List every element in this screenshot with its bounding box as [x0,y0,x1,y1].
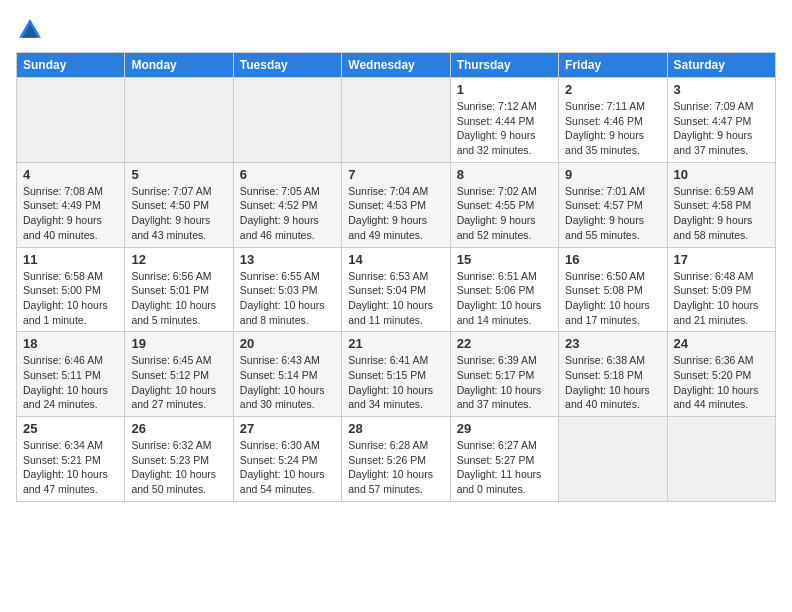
day-number: 19 [131,336,226,351]
day-info: Sunrise: 7:09 AMSunset: 4:47 PMDaylight:… [674,99,769,158]
calendar-cell: 4Sunrise: 7:08 AMSunset: 4:49 PMDaylight… [17,162,125,247]
calendar-cell: 15Sunrise: 6:51 AMSunset: 5:06 PMDayligh… [450,247,558,332]
logo-icon [16,16,44,44]
day-number: 4 [23,167,118,182]
calendar-cell: 27Sunrise: 6:30 AMSunset: 5:24 PMDayligh… [233,417,341,502]
day-number: 9 [565,167,660,182]
day-info: Sunrise: 6:50 AMSunset: 5:08 PMDaylight:… [565,269,660,328]
day-info: Sunrise: 6:43 AMSunset: 5:14 PMDaylight:… [240,353,335,412]
calendar-cell: 26Sunrise: 6:32 AMSunset: 5:23 PMDayligh… [125,417,233,502]
day-info: Sunrise: 6:36 AMSunset: 5:20 PMDaylight:… [674,353,769,412]
day-info: Sunrise: 7:11 AMSunset: 4:46 PMDaylight:… [565,99,660,158]
day-info: Sunrise: 7:02 AMSunset: 4:55 PMDaylight:… [457,184,552,243]
day-number: 11 [23,252,118,267]
day-header-thursday: Thursday [450,53,558,78]
calendar-cell: 11Sunrise: 6:58 AMSunset: 5:00 PMDayligh… [17,247,125,332]
day-number: 12 [131,252,226,267]
day-info: Sunrise: 7:04 AMSunset: 4:53 PMDaylight:… [348,184,443,243]
day-info: Sunrise: 6:53 AMSunset: 5:04 PMDaylight:… [348,269,443,328]
day-number: 24 [674,336,769,351]
day-number: 3 [674,82,769,97]
calendar-cell: 22Sunrise: 6:39 AMSunset: 5:17 PMDayligh… [450,332,558,417]
calendar-cell: 16Sunrise: 6:50 AMSunset: 5:08 PMDayligh… [559,247,667,332]
calendar-cell: 14Sunrise: 6:53 AMSunset: 5:04 PMDayligh… [342,247,450,332]
day-info: Sunrise: 6:51 AMSunset: 5:06 PMDaylight:… [457,269,552,328]
day-number: 21 [348,336,443,351]
day-number: 26 [131,421,226,436]
day-info: Sunrise: 6:56 AMSunset: 5:01 PMDaylight:… [131,269,226,328]
calendar-cell: 19Sunrise: 6:45 AMSunset: 5:12 PMDayligh… [125,332,233,417]
day-info: Sunrise: 6:39 AMSunset: 5:17 PMDaylight:… [457,353,552,412]
day-info: Sunrise: 7:05 AMSunset: 4:52 PMDaylight:… [240,184,335,243]
day-info: Sunrise: 6:28 AMSunset: 5:26 PMDaylight:… [348,438,443,497]
calendar-cell: 8Sunrise: 7:02 AMSunset: 4:55 PMDaylight… [450,162,558,247]
day-number: 5 [131,167,226,182]
calendar-cell [17,78,125,163]
calendar-cell: 6Sunrise: 7:05 AMSunset: 4:52 PMDaylight… [233,162,341,247]
day-number: 16 [565,252,660,267]
day-number: 17 [674,252,769,267]
day-number: 14 [348,252,443,267]
day-info: Sunrise: 6:45 AMSunset: 5:12 PMDaylight:… [131,353,226,412]
calendar-cell: 17Sunrise: 6:48 AMSunset: 5:09 PMDayligh… [667,247,775,332]
calendar-cell: 25Sunrise: 6:34 AMSunset: 5:21 PMDayligh… [17,417,125,502]
calendar-week-row: 11Sunrise: 6:58 AMSunset: 5:00 PMDayligh… [17,247,776,332]
day-info: Sunrise: 6:59 AMSunset: 4:58 PMDaylight:… [674,184,769,243]
day-info: Sunrise: 6:32 AMSunset: 5:23 PMDaylight:… [131,438,226,497]
calendar-cell: 12Sunrise: 6:56 AMSunset: 5:01 PMDayligh… [125,247,233,332]
calendar-cell [667,417,775,502]
logo [16,16,48,44]
calendar-week-row: 18Sunrise: 6:46 AMSunset: 5:11 PMDayligh… [17,332,776,417]
day-info: Sunrise: 6:27 AMSunset: 5:27 PMDaylight:… [457,438,552,497]
calendar-cell [233,78,341,163]
calendar-cell: 9Sunrise: 7:01 AMSunset: 4:57 PMDaylight… [559,162,667,247]
day-header-saturday: Saturday [667,53,775,78]
calendar-header-row: SundayMondayTuesdayWednesdayThursdayFrid… [17,53,776,78]
day-number: 27 [240,421,335,436]
calendar-cell: 2Sunrise: 7:11 AMSunset: 4:46 PMDaylight… [559,78,667,163]
day-number: 6 [240,167,335,182]
calendar-cell: 28Sunrise: 6:28 AMSunset: 5:26 PMDayligh… [342,417,450,502]
day-header-monday: Monday [125,53,233,78]
day-number: 10 [674,167,769,182]
day-number: 29 [457,421,552,436]
calendar-cell: 21Sunrise: 6:41 AMSunset: 5:15 PMDayligh… [342,332,450,417]
calendar-cell [125,78,233,163]
day-info: Sunrise: 7:01 AMSunset: 4:57 PMDaylight:… [565,184,660,243]
day-info: Sunrise: 6:58 AMSunset: 5:00 PMDaylight:… [23,269,118,328]
calendar-table: SundayMondayTuesdayWednesdayThursdayFrid… [16,52,776,502]
day-header-wednesday: Wednesday [342,53,450,78]
calendar-cell: 1Sunrise: 7:12 AMSunset: 4:44 PMDaylight… [450,78,558,163]
calendar-week-row: 1Sunrise: 7:12 AMSunset: 4:44 PMDaylight… [17,78,776,163]
day-number: 25 [23,421,118,436]
day-info: Sunrise: 6:46 AMSunset: 5:11 PMDaylight:… [23,353,118,412]
calendar-cell [559,417,667,502]
day-header-friday: Friday [559,53,667,78]
calendar-cell: 10Sunrise: 6:59 AMSunset: 4:58 PMDayligh… [667,162,775,247]
page-header [16,16,776,44]
day-number: 28 [348,421,443,436]
calendar-cell: 18Sunrise: 6:46 AMSunset: 5:11 PMDayligh… [17,332,125,417]
calendar-cell: 13Sunrise: 6:55 AMSunset: 5:03 PMDayligh… [233,247,341,332]
day-info: Sunrise: 7:08 AMSunset: 4:49 PMDaylight:… [23,184,118,243]
day-number: 22 [457,336,552,351]
day-info: Sunrise: 6:41 AMSunset: 5:15 PMDaylight:… [348,353,443,412]
day-number: 2 [565,82,660,97]
day-info: Sunrise: 6:34 AMSunset: 5:21 PMDaylight:… [23,438,118,497]
calendar-cell: 7Sunrise: 7:04 AMSunset: 4:53 PMDaylight… [342,162,450,247]
day-number: 23 [565,336,660,351]
calendar-cell: 3Sunrise: 7:09 AMSunset: 4:47 PMDaylight… [667,78,775,163]
day-number: 13 [240,252,335,267]
calendar-week-row: 25Sunrise: 6:34 AMSunset: 5:21 PMDayligh… [17,417,776,502]
day-number: 15 [457,252,552,267]
day-info: Sunrise: 6:48 AMSunset: 5:09 PMDaylight:… [674,269,769,328]
day-info: Sunrise: 7:12 AMSunset: 4:44 PMDaylight:… [457,99,552,158]
calendar-cell: 20Sunrise: 6:43 AMSunset: 5:14 PMDayligh… [233,332,341,417]
calendar-cell: 24Sunrise: 6:36 AMSunset: 5:20 PMDayligh… [667,332,775,417]
day-number: 7 [348,167,443,182]
day-info: Sunrise: 6:55 AMSunset: 5:03 PMDaylight:… [240,269,335,328]
calendar-cell [342,78,450,163]
day-info: Sunrise: 7:07 AMSunset: 4:50 PMDaylight:… [131,184,226,243]
day-number: 8 [457,167,552,182]
calendar-cell: 5Sunrise: 7:07 AMSunset: 4:50 PMDaylight… [125,162,233,247]
